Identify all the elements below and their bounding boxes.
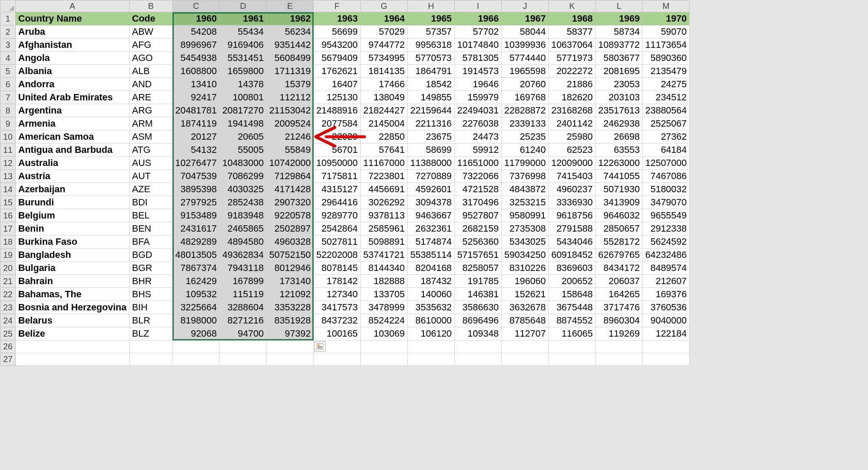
cell-value[interactable]: 3253215: [501, 196, 548, 209]
cell-value[interactable]: 13410: [172, 78, 220, 91]
cell-value[interactable]: 138049: [361, 91, 408, 104]
cell-value[interactable]: 8874552: [548, 314, 595, 327]
row-header-26[interactable]: 26: [0, 340, 16, 353]
row-header-3[interactable]: 3: [0, 39, 16, 52]
cell-code[interactable]: BEL: [129, 209, 172, 222]
cell-country[interactable]: Bosnia and Herzegovina: [16, 301, 130, 314]
cell-country[interactable]: Australia: [16, 157, 130, 170]
cell-code[interactable]: ABW: [129, 25, 172, 39]
header-code[interactable]: Code: [129, 12, 172, 25]
cell-code[interactable]: AUS: [129, 157, 172, 170]
cell-country[interactable]: Afghanistan: [16, 39, 130, 52]
cell-value[interactable]: 5454938: [172, 52, 220, 65]
cell-value[interactable]: 10742000: [267, 157, 314, 170]
empty-cell[interactable]: [267, 340, 314, 353]
cell-country[interactable]: United Arab Emirates: [16, 91, 130, 104]
empty-cell[interactable]: [454, 353, 501, 366]
cell-value[interactable]: 9580991: [501, 209, 548, 222]
cell-code[interactable]: AGO: [129, 52, 172, 65]
cell-country[interactable]: Burundi: [16, 196, 130, 209]
header-year-1967[interactable]: 1967: [501, 12, 548, 25]
cell-value[interactable]: 3170496: [454, 196, 501, 209]
cell-value[interactable]: 4829289: [172, 235, 220, 249]
cell-value[interactable]: 125130: [314, 91, 361, 104]
cell-value[interactable]: 54132: [172, 144, 220, 157]
cell-value[interactable]: 2912338: [643, 222, 690, 235]
column-header-H[interactable]: H: [407, 0, 454, 12]
row-header-25[interactable]: 25: [0, 327, 16, 340]
row-header-12[interactable]: 12: [0, 157, 16, 170]
cell-value[interactable]: 7376998: [501, 170, 548, 183]
cell-value[interactable]: 22850: [361, 130, 408, 144]
cell-value[interactable]: 212607: [643, 275, 690, 288]
header-year-1966[interactable]: 1966: [454, 12, 501, 25]
row-header-14[interactable]: 14: [0, 183, 16, 196]
cell-value[interactable]: 3094378: [407, 196, 454, 209]
cell-value[interactable]: 4894580: [220, 235, 267, 249]
cell-value[interactable]: 22494031: [454, 104, 501, 117]
cell-value[interactable]: 8258057: [454, 262, 501, 275]
cell-value[interactable]: 115119: [220, 288, 267, 301]
cell-value[interactable]: 1874119: [172, 117, 220, 130]
cell-code[interactable]: BGR: [129, 262, 172, 275]
cell-value[interactable]: 3895398: [172, 183, 220, 196]
cell-value[interactable]: 11167000: [361, 157, 408, 170]
cell-value[interactable]: 2632361: [407, 222, 454, 235]
cell-country[interactable]: Burkina Faso: [16, 235, 130, 249]
cell-code[interactable]: AUT: [129, 170, 172, 183]
cell-value[interactable]: 2276038: [454, 117, 501, 130]
cell-country[interactable]: Bahrain: [16, 275, 130, 288]
cell-value[interactable]: 3288604: [220, 301, 267, 314]
row-header-1[interactable]: 1: [0, 12, 16, 25]
empty-cell[interactable]: [454, 340, 501, 353]
cell-value[interactable]: 7867374: [172, 262, 220, 275]
cell-value[interactable]: 5434046: [548, 235, 595, 249]
cell-value[interactable]: 53741721: [361, 249, 408, 262]
cell-value[interactable]: 182620: [548, 91, 595, 104]
cell-value[interactable]: 9220578: [267, 209, 314, 222]
cell-value[interactable]: 1941498: [220, 117, 267, 130]
cell-value[interactable]: 2791588: [548, 222, 595, 235]
cell-value[interactable]: 5098891: [361, 235, 408, 249]
row-header-16[interactable]: 16: [0, 209, 16, 222]
empty-cell[interactable]: [129, 353, 172, 366]
cell-value[interactable]: 9463667: [407, 209, 454, 222]
cell-value[interactable]: 58044: [501, 25, 548, 39]
cell-value[interactable]: 22828872: [501, 104, 548, 117]
cell-value[interactable]: 21246: [267, 130, 314, 144]
cell-value[interactable]: 8012946: [267, 262, 314, 275]
cell-value[interactable]: 112112: [267, 91, 314, 104]
cell-value[interactable]: 103069: [361, 327, 408, 340]
cell-value[interactable]: 2682159: [454, 222, 501, 235]
cell-value[interactable]: 4456691: [361, 183, 408, 196]
cell-value[interactable]: 3353228: [267, 301, 314, 314]
column-header-J[interactable]: J: [501, 0, 548, 12]
cell-value[interactable]: 187432: [407, 275, 454, 288]
cell-value[interactable]: 164265: [595, 288, 643, 301]
cell-value[interactable]: 48013505: [172, 249, 220, 262]
cell-value[interactable]: 55005: [220, 144, 267, 157]
column-header-G[interactable]: G: [361, 0, 408, 12]
cell-value[interactable]: 8696496: [454, 314, 501, 327]
cell-value[interactable]: 25235: [501, 130, 548, 144]
cell-value[interactable]: 9040000: [643, 314, 690, 327]
cell-code[interactable]: BHS: [129, 288, 172, 301]
header-year-1961[interactable]: 1961: [220, 12, 267, 25]
cell-value[interactable]: 8434172: [595, 262, 643, 275]
cell-value[interactable]: 178142: [314, 275, 361, 288]
cell-value[interactable]: 2462938: [595, 117, 643, 130]
cell-code[interactable]: BGD: [129, 249, 172, 262]
cell-value[interactable]: 2465865: [220, 222, 267, 235]
cell-value[interactable]: 121092: [267, 288, 314, 301]
cell-value[interactable]: 2081695: [595, 65, 643, 78]
cell-country[interactable]: Bahamas, The: [16, 288, 130, 301]
cell-value[interactable]: 9646032: [595, 209, 643, 222]
cell-value[interactable]: 9744772: [361, 39, 408, 52]
cell-value[interactable]: 2009524: [267, 117, 314, 130]
cell-value[interactable]: 5624592: [643, 235, 690, 249]
cell-value[interactable]: 106120: [407, 327, 454, 340]
cell-value[interactable]: 11173654: [643, 39, 690, 52]
row-header-23[interactable]: 23: [0, 301, 16, 314]
cell-value[interactable]: 4171428: [267, 183, 314, 196]
cell-value[interactable]: 1914573: [454, 65, 501, 78]
